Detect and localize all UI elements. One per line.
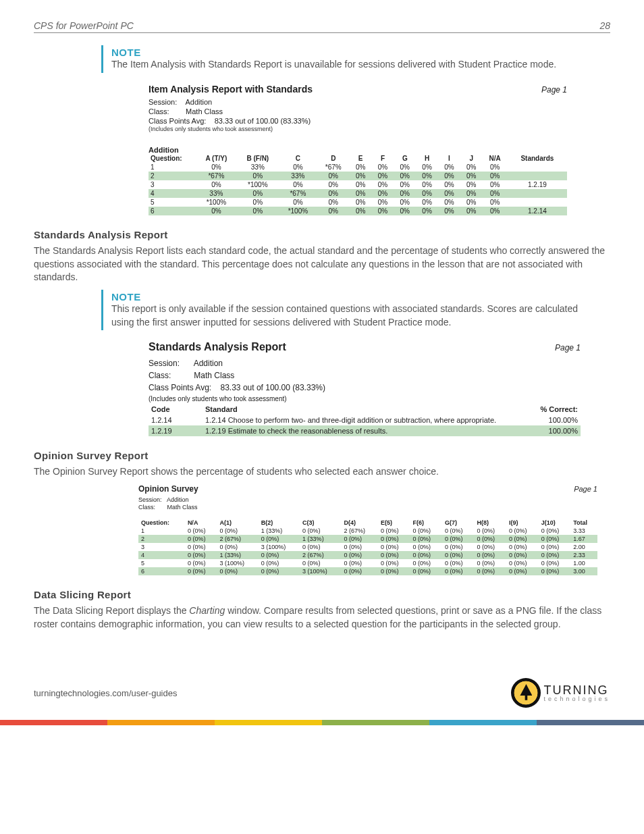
note-title: NOTE xyxy=(111,291,602,303)
doc-title: CPS for PowerPoint PC xyxy=(34,20,134,31)
table-row: 5*100%0%0%0%0%0%0%0%0%0%0% xyxy=(149,198,567,207)
section-heading: Standards Analysis Report xyxy=(34,229,610,240)
standards-table: CodeStandard% Correct:1.2.141.2.14 Choos… xyxy=(149,404,581,436)
page-number: 28 xyxy=(599,20,610,31)
table-row: 30 (0%)0 (0%)3 (100%)0 (0%)0 (0%)0 (0%)0… xyxy=(138,543,597,551)
report-title: Item Analysis Report with Standards xyxy=(149,84,313,95)
table-row: 40 (0%)1 (33%)0 (0%)2 (67%)0 (0%)0 (0%)0… xyxy=(138,551,597,559)
page-header: CPS for PowerPoint PC 28 xyxy=(34,20,610,33)
report-title: Standards Analysis Report xyxy=(149,341,286,353)
turning-icon xyxy=(511,678,541,708)
section-heading: Data Slicing Report xyxy=(34,589,610,600)
note-block: NOTE The Item Analysis with Standards Re… xyxy=(101,45,610,73)
table-row: 433%0%*67%0%0%0%0%0%0%0%0% xyxy=(149,189,567,198)
note-block: NOTE This report is only available if th… xyxy=(101,290,610,330)
item-analysis-table: Question:A (T/Y)B (F/N)CDEFGHIJN/AStanda… xyxy=(149,154,567,215)
table-row: 2*67%0%33%0%0%0%0%0%0%0%0% xyxy=(149,172,567,180)
table-row: 30%*100%0%0%0%0%0%0%0%0%0%1.2.19 xyxy=(149,180,567,189)
opinion-table: Question:N/AA(1)B(2)C(3)D(4)E(5)F(6)G(7)… xyxy=(138,519,597,575)
note-text: The Item Analysis with Standards Report … xyxy=(111,58,602,72)
page-footer: turningtechnologies.com/user-guides TURN… xyxy=(34,678,610,708)
table-row: 50 (0%)3 (100%)0 (0%)0 (0%)0 (0%)0 (0%)0… xyxy=(138,559,597,567)
section-text: The Standards Analysis Report lists each… xyxy=(34,244,610,284)
standards-analysis-report: Standards Analysis Report Page 1 Session… xyxy=(149,341,581,436)
table-row: 20 (0%)2 (67%)0 (0%)1 (33%)0 (0%)0 (0%)0… xyxy=(138,535,597,543)
item-analysis-report: Item Analysis Report with Standards Page… xyxy=(149,84,567,216)
report-title: Opinion Survey xyxy=(138,484,198,494)
opinion-survey-report: Opinion Survey Page 1 Session: Addition … xyxy=(138,484,597,575)
footer-stripe xyxy=(0,720,644,725)
table-row: 10%33%0%*67%0%0%0%0%0%0%0% xyxy=(149,163,567,172)
report-page: Page 1 xyxy=(541,85,567,95)
note-text: This report is only available if the ses… xyxy=(111,303,602,329)
turning-logo: TURNING technologies xyxy=(511,678,610,708)
report-page: Page 1 xyxy=(555,343,581,353)
table-row: 1.2.191.2.19 Estimate to check the reaso… xyxy=(149,425,581,436)
table-row: 1.2.141.2.14 Choose to perform two- and … xyxy=(149,415,581,425)
footer-url: turningtechnologies.com/user-guides xyxy=(34,688,177,698)
table-row: 60%0%*100%0%0%0%0%0%0%0%0%1.2.14 xyxy=(149,207,567,215)
section-text: The Opinion Survey Report shows the perc… xyxy=(34,465,610,479)
note-title: NOTE xyxy=(111,47,602,58)
section-heading: Opinion Survey Report xyxy=(34,450,610,461)
report-page: Page 1 xyxy=(574,485,597,493)
section-text: The Data Slicing Report displays the Cha… xyxy=(34,604,610,631)
table-row: 60 (0%)0 (0%)0 (0%)3 (100%)0 (0%)0 (0%)0… xyxy=(138,567,597,575)
table-row: 10 (0%)0 (0%)1 (33%)0 (0%)2 (67%)0 (0%)0… xyxy=(138,527,597,535)
